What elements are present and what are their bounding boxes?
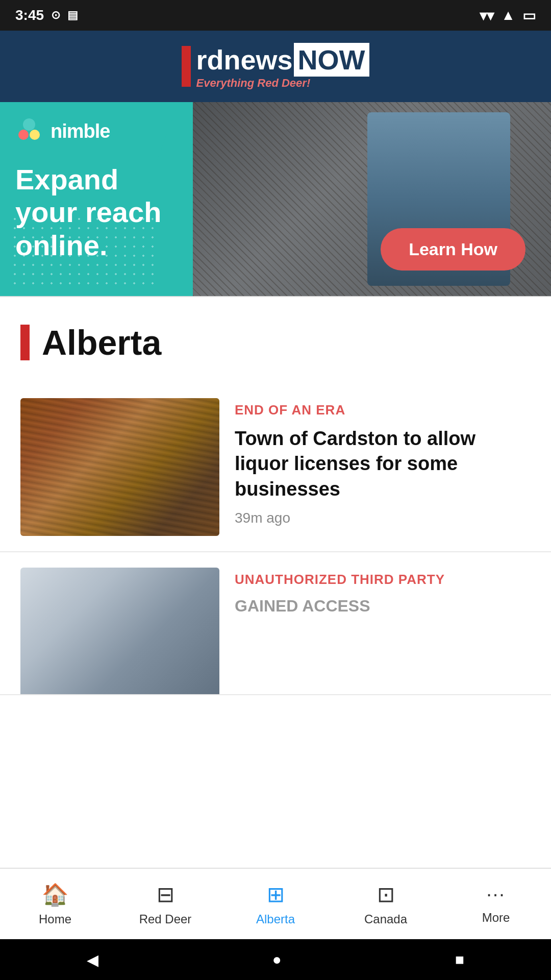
logo-rd: rdnews <box>196 44 292 76</box>
logo-line1: rdnews NOW <box>196 43 369 77</box>
nav-item-more[interactable]: ··· More <box>441 884 551 925</box>
location-icon: ⊙ <box>51 9 60 22</box>
article-thumbnail-2 <box>20 568 219 695</box>
article-category-2: UNAUTHORIZED THIRD PARTY <box>235 572 531 587</box>
logo-brand: rdnews NOW Everything Red Deer! <box>196 43 369 90</box>
android-back-button[interactable]: ◀ <box>87 951 98 969</box>
article-meta-1: END OF AN ERA Town of Cardston to allow … <box>235 398 531 526</box>
logo: rdnews NOW Everything Red Deer! <box>182 43 369 90</box>
article-card-2[interactable]: UNAUTHORIZED THIRD PARTY GAINED ACCESS <box>0 552 551 695</box>
article-card[interactable]: END OF AN ERA Town of Cardston to allow … <box>0 383 551 552</box>
article-meta-2: UNAUTHORIZED THIRD PARTY GAINED ACCESS <box>235 568 531 617</box>
nav-item-canada[interactable]: ⊡ Canada <box>331 882 441 926</box>
article-title-1: Town of Cardston to allow liquor license… <box>235 426 531 502</box>
section-header: Alberta <box>0 297 551 383</box>
section-accent-bar <box>20 325 30 360</box>
ad-banner[interactable]: nimble Expand your reach online. Learn H… <box>0 102 551 296</box>
svg-point-1 <box>18 130 29 140</box>
canada-icon: ⊡ <box>377 882 395 907</box>
article-thumbnail-1 <box>20 398 219 536</box>
signal-icon: ▲ <box>501 7 515 23</box>
nav-item-home[interactable]: 🏠 Home <box>0 882 110 926</box>
liquor-image <box>20 398 219 536</box>
nav-label-more: More <box>482 911 510 925</box>
alberta-icon: ⊞ <box>267 882 285 907</box>
articles-list: END OF AN ERA Town of Cardston to allow … <box>0 383 551 705</box>
nav-label-home: Home <box>39 912 71 926</box>
nimble-name: nimble <box>51 120 110 142</box>
nav-label-red-deer: Red Deer <box>139 912 192 926</box>
ad-headline: Expand your reach online. <box>15 163 179 262</box>
logo-now-text: NOW <box>298 44 365 75</box>
red-deer-icon: ⊟ <box>157 882 174 907</box>
liquor-image-inner <box>20 398 219 536</box>
ad-nimble-logo: nimble <box>15 117 110 145</box>
android-home-button[interactable]: ● <box>272 951 281 968</box>
status-left: 3:45 ⊙ ▤ <box>15 7 78 23</box>
phone-image <box>20 568 219 695</box>
svg-point-2 <box>30 130 40 140</box>
wifi-icon: ▾▾ <box>480 7 494 24</box>
article-title-2: GAINED ACCESS <box>235 596 531 617</box>
android-nav: ◀ ● ■ <box>0 939 551 980</box>
logo-now-box: NOW <box>294 43 369 77</box>
nimble-icon <box>15 117 43 145</box>
article-category-1: END OF AN ERA <box>235 402 531 418</box>
status-right: ▾▾ ▲ ▭ <box>480 7 536 24</box>
status-time: 3:45 <box>15 7 44 23</box>
bottom-nav: 🏠 Home ⊟ Red Deer ⊞ Alberta ⊡ Canada ···… <box>0 868 551 939</box>
ad-learn-button[interactable]: Learn How <box>381 228 525 271</box>
home-icon: 🏠 <box>42 882 68 907</box>
article-time-1: 39m ago <box>235 510 531 526</box>
logo-red-bar <box>182 46 191 87</box>
status-bar: 3:45 ⊙ ▤ ▾▾ ▲ ▭ <box>0 0 551 31</box>
more-icon: ··· <box>486 884 506 905</box>
nav-item-red-deer[interactable]: ⊟ Red Deer <box>110 882 220 926</box>
nav-label-alberta: Alberta <box>256 912 295 926</box>
svg-point-0 <box>23 118 35 131</box>
logo-tagline: Everything Red Deer! <box>196 77 310 90</box>
battery-icon: ▭ <box>522 7 536 24</box>
nav-item-alberta[interactable]: ⊞ Alberta <box>220 882 331 926</box>
sim-icon: ▤ <box>67 9 78 22</box>
nav-label-canada: Canada <box>364 912 407 926</box>
app-header: rdnews NOW Everything Red Deer! <box>0 31 551 102</box>
android-recent-button[interactable]: ■ <box>455 951 464 968</box>
section-title: Alberta <box>42 323 161 362</box>
